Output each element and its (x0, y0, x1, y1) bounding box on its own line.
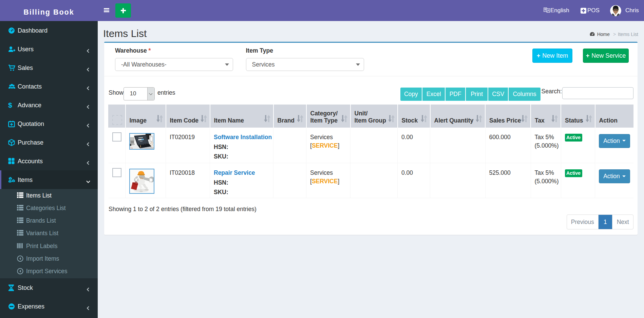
svg-text:A: A (547, 9, 550, 12)
